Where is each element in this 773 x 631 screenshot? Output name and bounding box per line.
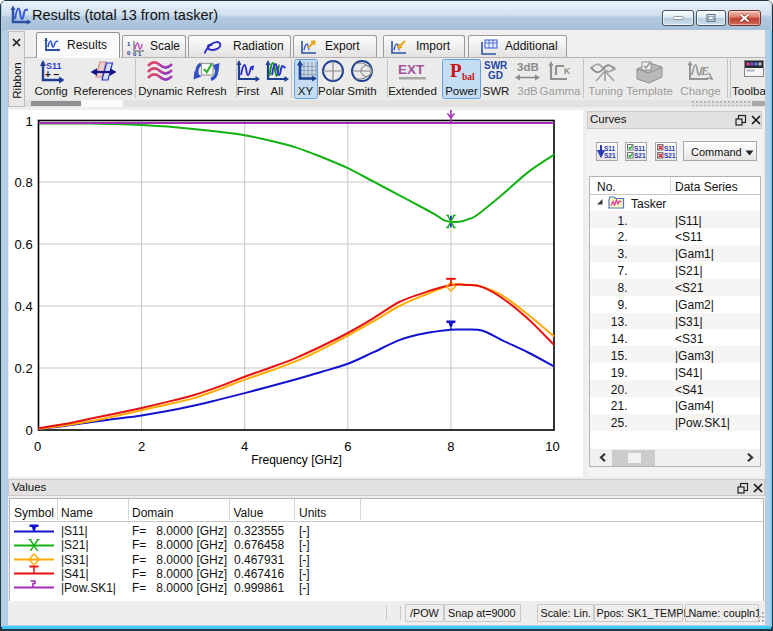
svg-text:bal: bal: [462, 72, 475, 82]
svg-text:0.2: 0.2: [14, 361, 32, 376]
svg-text:0: 0: [127, 50, 131, 56]
svg-text:0.4: 0.4: [14, 299, 32, 314]
svg-text:GD: GD: [488, 70, 503, 81]
svg-text:0.8: 0.8: [14, 175, 32, 190]
svg-text:8: 8: [447, 439, 454, 454]
svg-text:0: 0: [33, 439, 40, 454]
svg-text:S21: S21: [634, 152, 646, 159]
svg-text:3dB: 3dB: [517, 61, 539, 73]
svg-text:0: 0: [25, 423, 32, 438]
svg-text:1: 1: [127, 41, 131, 47]
svg-text:1: 1: [25, 114, 32, 129]
svg-text:6: 6: [344, 439, 351, 454]
svg-text:+ −: + −: [45, 69, 60, 80]
svg-text:S11: S11: [604, 145, 616, 152]
svg-text:P: P: [450, 60, 462, 81]
svg-text:S21: S21: [604, 152, 616, 159]
svg-text:S21: S21: [664, 152, 676, 159]
svg-text:E: E: [700, 64, 709, 78]
svg-text:0.6: 0.6: [14, 237, 32, 252]
svg-text:K: K: [564, 66, 571, 76]
svg-text:10: 10: [545, 439, 559, 454]
svg-text:Frequency [GHz]: Frequency [GHz]: [251, 453, 342, 467]
svg-text:S11: S11: [664, 145, 676, 152]
svg-text:4: 4: [241, 439, 248, 454]
svg-text:S11: S11: [634, 145, 646, 152]
svg-text:2: 2: [137, 439, 144, 454]
svg-text:EXT: EXT: [398, 62, 425, 77]
